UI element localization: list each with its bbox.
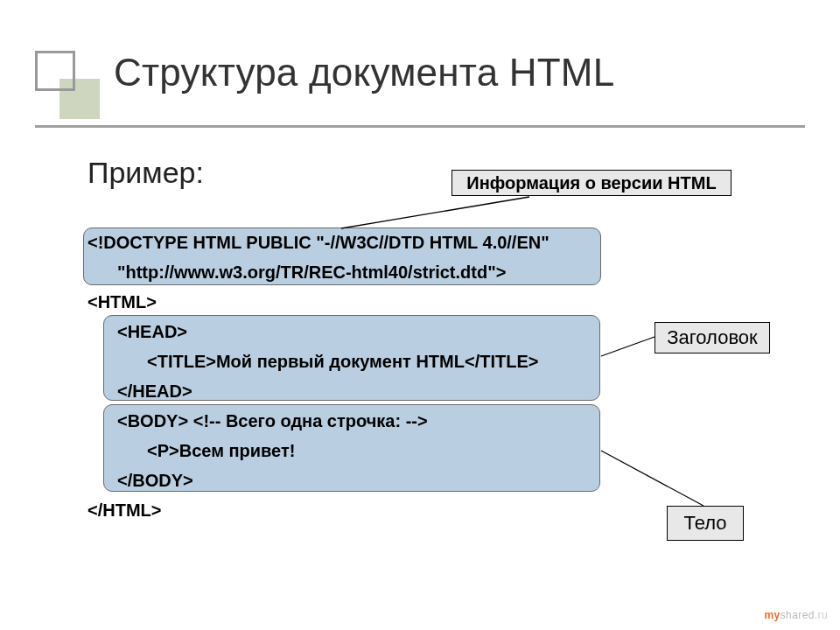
code-line: <!DOCTYPE HTML PUBLIC "-//W3C//DTD HTML …: [88, 228, 595, 257]
title-underline: [35, 125, 805, 128]
watermark: myshared.ru: [765, 609, 828, 621]
slide: Структура документа HTML Пример: <!DOCTY…: [0, 0, 840, 630]
code-line: <TITLE>Мой первый документ HTML</TITLE>: [88, 346, 595, 376]
code-line: </HTML>: [88, 495, 595, 525]
label-version-info: Информация о версии HTML: [452, 170, 732, 196]
code-line: </HEAD>: [88, 376, 595, 406]
subtitle: Пример:: [88, 156, 204, 190]
watermark-my: my: [765, 609, 780, 621]
code-line: <HEAD>: [88, 317, 595, 346]
code-line: <P>Всем привет!: [88, 436, 595, 466]
watermark-shared: shared: [780, 609, 815, 621]
label-header: Заголовок: [654, 322, 770, 354]
code-line: <BODY> <!-- Всего одна строчка: -->: [88, 406, 595, 436]
svg-line-1: [601, 337, 654, 356]
label-body: Тело: [667, 506, 744, 541]
code-line: "http://www.w3.org/TR/REC-html40/strict.…: [88, 257, 595, 287]
svg-line-0: [341, 197, 529, 228]
code-line: </BODY>: [88, 466, 595, 495]
svg-line-2: [601, 451, 704, 506]
code-line: <HTML>: [88, 287, 595, 317]
decor-square-outline: [35, 51, 75, 91]
page-title: Структура документа HTML: [114, 51, 805, 94]
code-region: <!DOCTYPE HTML PUBLIC "-//W3C//DTD HTML …: [88, 228, 595, 525]
watermark-ru: ru: [818, 609, 828, 621]
